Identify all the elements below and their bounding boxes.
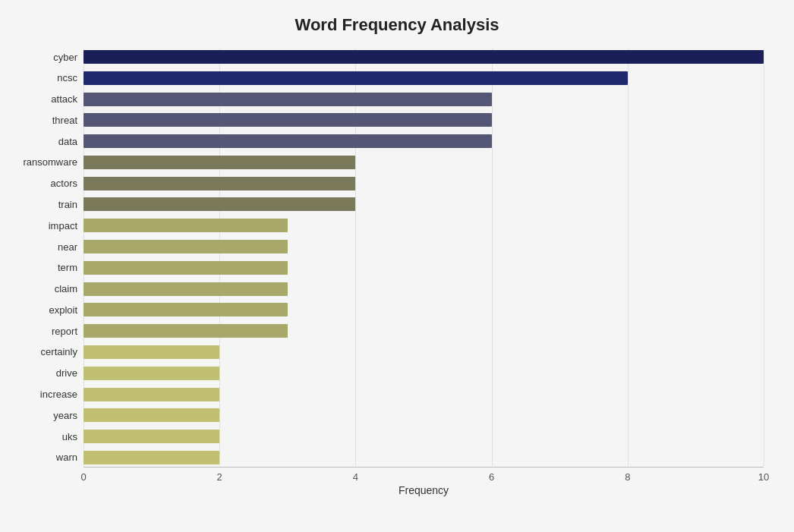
bar: [83, 261, 288, 275]
bar-label: drive: [9, 367, 77, 379]
bar: [83, 93, 492, 106]
bar-label: near: [9, 241, 77, 253]
bar-row: threat: [83, 112, 764, 128]
bar-label: years: [9, 410, 77, 421]
chart-area: cyberncscattackthreatdataransomwareactor…: [83, 49, 764, 496]
bar-row: exploit: [83, 301, 764, 318]
bar-row: train: [83, 196, 764, 212]
bar: [83, 324, 288, 338]
bar-row: impact: [83, 217, 764, 234]
bar-label: threat: [9, 115, 77, 126]
bar: [83, 240, 288, 253]
bar-label: claim: [9, 283, 77, 294]
bar: [83, 367, 219, 380]
bar: [83, 113, 492, 127]
bar-row: claim: [83, 281, 764, 297]
bar: [83, 303, 288, 316]
bar-row: certainly: [83, 344, 764, 360]
bar-row: warn: [83, 449, 764, 466]
axis-line: [83, 467, 764, 467]
bar-label: warn: [9, 452, 77, 463]
bar: [83, 177, 355, 190]
bar-row: near: [83, 238, 764, 255]
bar-label: term: [9, 262, 77, 273]
bar-row: data: [83, 133, 764, 150]
bar-row: ncsc: [83, 70, 764, 87]
bar: [83, 282, 288, 296]
bar-row: ransomware: [83, 154, 764, 171]
bar-label: ransomware: [9, 156, 77, 168]
bar: [83, 219, 288, 232]
grid-line: [764, 49, 764, 466]
bar-row: actors: [83, 175, 764, 192]
bar-label: increase: [9, 389, 77, 400]
bar-row: drive: [83, 365, 764, 382]
bar-label: attack: [9, 93, 77, 105]
x-tick-label: 10: [758, 471, 769, 483]
bar-label: uks: [9, 431, 77, 442]
chart-title: Word Frequency Analysis: [30, 15, 764, 35]
x-tick-label: 0: [80, 471, 86, 483]
bar: [83, 71, 628, 85]
bar-label: ncsc: [9, 72, 77, 83]
bar: [83, 345, 219, 359]
bar-label: report: [9, 326, 77, 337]
bar: [83, 430, 219, 443]
bar: [83, 134, 492, 148]
bar-label: exploit: [9, 304, 77, 316]
bar-row: term: [83, 260, 764, 276]
bar: [83, 388, 219, 401]
bar-label: data: [9, 136, 77, 147]
bar: [83, 156, 355, 169]
x-axis-label: Frequency: [399, 484, 449, 496]
bar: [83, 408, 219, 422]
x-tick-label: 8: [625, 471, 630, 483]
bar-row: cyber: [83, 49, 764, 65]
bar-row: uks: [83, 428, 764, 445]
bar-row: attack: [83, 91, 764, 108]
bar-label: train: [9, 199, 77, 210]
x-tick-label: 6: [489, 471, 494, 483]
chart-container: Word Frequency Analysis cyberncscattackt…: [0, 0, 794, 532]
x-tick-label: 2: [217, 471, 222, 483]
x-axis: 0246810Frequency: [83, 466, 764, 496]
bar-row: report: [83, 323, 764, 339]
bar-label: certainly: [9, 346, 77, 357]
bar-label: cyber: [9, 52, 77, 63]
bar-label: impact: [9, 220, 77, 231]
x-tick-label: 4: [353, 471, 358, 483]
bar: [83, 451, 219, 464]
bar: [83, 197, 355, 211]
bars-wrapper: cyberncscattackthreatdataransomwareactor…: [83, 49, 764, 466]
bar-row: increase: [83, 386, 764, 403]
bar: [83, 50, 764, 64]
bar-label: actors: [9, 178, 77, 189]
bar-row: years: [83, 407, 764, 423]
